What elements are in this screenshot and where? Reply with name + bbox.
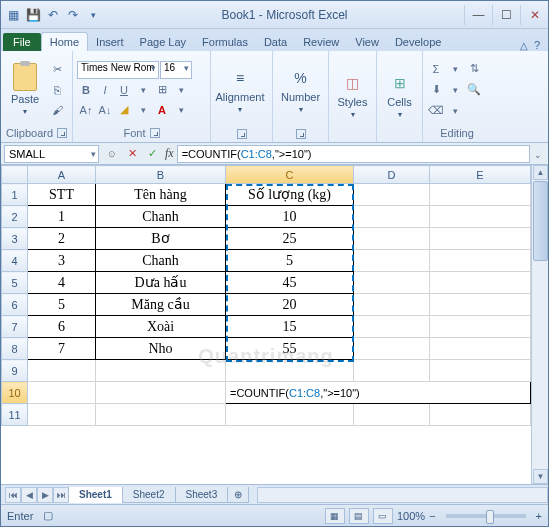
cell[interactable]: Chanh — [96, 250, 226, 272]
row-header[interactable]: 2 — [2, 206, 28, 228]
last-sheet-icon[interactable]: ⏭ — [53, 487, 69, 503]
cut-icon[interactable]: ✂ — [48, 61, 66, 79]
row-header[interactable]: 5 — [2, 272, 28, 294]
cell[interactable]: 10 — [226, 206, 354, 228]
cell[interactable] — [430, 272, 531, 294]
styles-button[interactable]: ◫ Styles ▾ — [333, 72, 372, 119]
autosum-icon[interactable]: Σ — [427, 60, 445, 78]
zoom-level[interactable]: 100% — [397, 510, 425, 522]
cell[interactable] — [430, 316, 531, 338]
number-button[interactable]: % Number ▾ — [277, 67, 324, 114]
cell[interactable]: Chanh — [96, 206, 226, 228]
chevron-down-icon[interactable]: ▾ — [134, 81, 152, 99]
cell[interactable] — [354, 338, 430, 360]
tab-file[interactable]: File — [3, 33, 41, 51]
col-header[interactable]: A — [28, 166, 96, 184]
tab-home[interactable]: Home — [41, 32, 88, 51]
functions-dropdown-icon[interactable]: ⊙ — [103, 145, 121, 163]
cell[interactable]: 5 — [226, 250, 354, 272]
spreadsheet-grid[interactable]: A B C D E 1 STT Tên hàng Số lượng (kg) 2… — [1, 165, 531, 426]
cell[interactable] — [354, 404, 430, 426]
row-header[interactable]: 11 — [2, 404, 28, 426]
cell[interactable] — [354, 294, 430, 316]
row-header[interactable]: 10 — [2, 382, 28, 404]
zoom-slider[interactable] — [446, 514, 526, 518]
alignment-button[interactable]: ≡ Alignment ▾ — [215, 67, 265, 114]
sort-filter-icon[interactable]: ⇅ — [465, 60, 483, 78]
cells-button[interactable]: ⊞ Cells ▾ — [381, 72, 418, 119]
cell[interactable] — [96, 360, 226, 382]
cell[interactable]: 7 — [28, 338, 96, 360]
cell[interactable]: 1 — [28, 206, 96, 228]
cell[interactable]: 20 — [226, 294, 354, 316]
chevron-down-icon[interactable]: ▾ — [446, 60, 464, 78]
decrease-font-icon[interactable]: A↓ — [96, 101, 114, 119]
bold-button[interactable]: B — [77, 81, 95, 99]
cell[interactable]: Xoài — [96, 316, 226, 338]
cell[interactable] — [430, 404, 531, 426]
chevron-down-icon[interactable]: ▾ — [134, 101, 152, 119]
copy-icon[interactable]: ⎘ — [48, 81, 66, 99]
active-cell[interactable]: =COUNTIF(C1:C8,">=10") — [226, 382, 531, 404]
font-name-select[interactable]: Times New Rom — [77, 61, 159, 79]
zoom-in-button[interactable]: + — [536, 510, 542, 522]
clipboard-launcher[interactable] — [57, 128, 67, 138]
prev-sheet-icon[interactable]: ◀ — [21, 487, 37, 503]
zoom-out-button[interactable]: − — [429, 510, 435, 522]
tab-review[interactable]: Review — [295, 33, 347, 51]
cell[interactable] — [430, 294, 531, 316]
row-header[interactable]: 3 — [2, 228, 28, 250]
chevron-down-icon[interactable]: ▾ — [172, 81, 190, 99]
cell[interactable]: 5 — [28, 294, 96, 316]
cell[interactable]: Bơ — [96, 228, 226, 250]
save-icon[interactable]: 💾 — [25, 7, 41, 23]
help-icon[interactable]: ? — [534, 39, 540, 51]
underline-button[interactable]: U — [115, 81, 133, 99]
italic-button[interactable]: I — [96, 81, 114, 99]
fill-icon[interactable]: ⬇ — [427, 81, 445, 99]
new-sheet-icon[interactable]: ⊕ — [227, 487, 249, 503]
cell[interactable]: 4 — [28, 272, 96, 294]
row-header[interactable]: 1 — [2, 184, 28, 206]
cell[interactable] — [354, 272, 430, 294]
cell[interactable]: 45 — [226, 272, 354, 294]
formula-bar[interactable]: =COUNTIF(C1:C8,">=10") ⌄ — [177, 145, 530, 163]
cell[interactable]: Tên hàng — [96, 184, 226, 206]
page-break-view-icon[interactable]: ▭ — [373, 508, 393, 524]
chevron-down-icon[interactable]: ▾ — [172, 101, 190, 119]
row-header[interactable]: 8 — [2, 338, 28, 360]
cell[interactable] — [226, 404, 354, 426]
fill-color-icon[interactable]: ◢ — [115, 101, 133, 119]
minimize-ribbon-icon[interactable]: △ — [520, 40, 528, 51]
font-size-select[interactable]: 16 — [160, 61, 192, 79]
first-sheet-icon[interactable]: ⏮ — [5, 487, 21, 503]
minimize-button[interactable]: — — [464, 5, 492, 25]
col-header[interactable]: D — [354, 166, 430, 184]
horizontal-scrollbar[interactable] — [257, 487, 548, 503]
select-all-corner[interactable] — [2, 166, 28, 184]
cell[interactable] — [354, 228, 430, 250]
cell[interactable] — [28, 382, 96, 404]
row-header[interactable]: 4 — [2, 250, 28, 272]
col-header[interactable]: B — [96, 166, 226, 184]
scroll-down-icon[interactable]: ▼ — [533, 469, 548, 484]
increase-font-icon[interactable]: A↑ — [77, 101, 95, 119]
macro-record-icon[interactable]: ▢ — [43, 509, 53, 522]
next-sheet-icon[interactable]: ▶ — [37, 487, 53, 503]
cell[interactable]: Nho — [96, 338, 226, 360]
cell[interactable] — [354, 206, 430, 228]
scroll-thumb[interactable] — [533, 181, 548, 261]
cell[interactable] — [354, 250, 430, 272]
font-color-icon[interactable]: A — [153, 101, 171, 119]
cell[interactable] — [430, 228, 531, 250]
row-header[interactable]: 6 — [2, 294, 28, 316]
scroll-up-icon[interactable]: ▲ — [533, 165, 548, 180]
cell[interactable]: STT — [28, 184, 96, 206]
cell[interactable] — [430, 250, 531, 272]
font-launcher[interactable] — [150, 128, 160, 138]
vertical-scrollbar[interactable]: ▲ ▼ — [531, 165, 548, 484]
tab-developer[interactable]: Develope — [387, 33, 449, 51]
format-painter-icon[interactable]: 🖌 — [48, 101, 66, 119]
alignment-launcher[interactable] — [237, 129, 247, 139]
expand-formula-bar-icon[interactable]: ⌄ — [531, 146, 545, 164]
